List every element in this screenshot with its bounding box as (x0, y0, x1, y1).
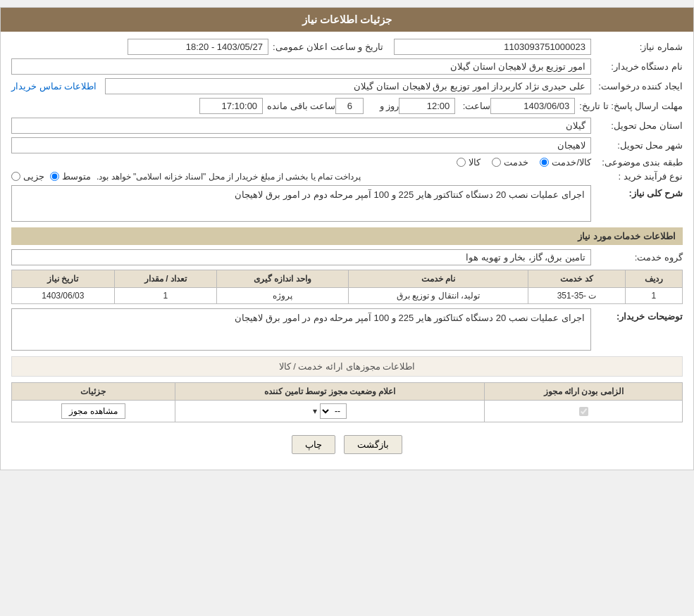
page-title: جزئیات اطلاعات نیاز (302, 13, 392, 25)
purchase-jozii-label: جزیی (23, 171, 44, 182)
th-unit: واحد اندازه گیری (217, 270, 348, 288)
services-table: ردیف کد خدمت نام خدمت واحد اندازه گیری ت… (11, 270, 683, 304)
buyer-org-label: نام دستگاه خریدار: (591, 61, 683, 72)
purchase-type-radios: جزیی متوسط (11, 171, 91, 182)
need-number-row: شماره نیاز: 1103093751000023 تاریخ و ساع… (11, 39, 683, 55)
delivery-province-value: گیلان (11, 118, 591, 134)
reply-date: 1403/06/03 (490, 98, 575, 114)
reply-remaining: 17:10:00 (199, 98, 263, 114)
th-permit-status: اعلام وضعیت مجوز توسط تامین کننده (175, 383, 485, 401)
subject-option-kala-label: کالا (469, 157, 481, 168)
permit-status-select[interactable]: -- (320, 403, 347, 419)
delivery-city-label: شهر محل تحویل: (591, 140, 683, 151)
province-row: استان محل تحویل: گیلان (11, 118, 683, 134)
reply-deadline-row: مهلت ارسال پاسخ: تا تاریخ: 1403/06/03 سا… (11, 98, 683, 114)
subject-label: طبقه بندی موضوعی: (591, 157, 683, 168)
view-permit-button[interactable]: مشاهده مجوز (61, 403, 125, 419)
subject-radio-group: کالا خدمت کالا/خدمت (457, 157, 591, 168)
purchase-type-label: نوع فرآیند خرید : (591, 171, 683, 182)
table-row: -- ▾ مشاهده مجوز (12, 401, 683, 422)
subject-option-khedmat[interactable]: خدمت (492, 157, 528, 168)
services-section-title: اطلاعات خدمات مورد نیاز (11, 227, 683, 245)
buyer-desc-value: اجرای عملیات نصب 20 دستگاه کنتاکتور هایر… (11, 308, 591, 351)
chevron-down-icon: ▾ (313, 406, 317, 416)
permit-required-checkbox (579, 407, 588, 416)
need-desc-label: شرح کلی نیاز: (591, 185, 683, 199)
creator-value: علی حیدری نژاد کاربرداز امور توزیع برق ل… (105, 78, 591, 94)
need-desc-value: اجرای عملیات نصب 20 دستگاه کنتاکتور هایر… (11, 185, 591, 222)
purchase-type-row: نوع فرآیند خرید : جزیی متوسط پرداخت تمام… (11, 171, 683, 182)
need-number-label: شماره نیاز: (591, 42, 683, 52)
subject-option-khedmat-label: خدمت (504, 157, 528, 168)
service-group-row: گروه خدمت: تامین برق، گاز، بخار و تهویه … (11, 249, 683, 265)
announce-date-value: 1403/05/27 - 18:20 (128, 39, 268, 55)
reply-remaining-label: ساعت باقی مانده (263, 101, 335, 111)
purchase-type-motevaset[interactable]: متوسط (50, 171, 91, 182)
service-group-value: تامین برق، گاز، بخار و تهویه هوا (11, 249, 591, 265)
reply-deadline-label: مهلت ارسال پاسخ: تا تاریخ: (575, 101, 683, 111)
purchase-motevaset-label: متوسط (62, 171, 91, 182)
print-button[interactable]: چاپ (292, 435, 335, 454)
reply-day-label: روز و (364, 101, 399, 111)
th-code: کد خدمت (528, 270, 625, 288)
purchase-type-jozii[interactable]: جزیی (11, 171, 44, 182)
cell-name: تولید، انتقال و توزیع برق (348, 288, 528, 304)
page-header: جزئیات اطلاعات نیاز (1, 8, 693, 32)
buyer-org-value: امور توزیع برق لاهیجان استان گیلان (11, 58, 591, 75)
th-name: نام خدمت (348, 270, 528, 288)
announce-date-label: تاریخ و ساعت اعلان عمومی: (268, 42, 394, 52)
table-row: 1 ت -35-351 تولید، انتقال و توزیع برق پر… (12, 288, 683, 304)
cell-row: 1 (625, 288, 682, 304)
back-button[interactable]: بازگشت (344, 435, 402, 454)
cell-qty: 1 (114, 288, 217, 304)
permit-table: الزامی بودن ارائه مجوز اعلام وضعیت مجوز … (11, 382, 683, 422)
subject-row: طبقه بندی موضوعی: کالا خدمت کالا/خدمت (11, 157, 683, 168)
permit-section-link[interactable]: اطلاعات مجوزهای ارائه خدمت / کالا (11, 356, 683, 377)
buyer-org-row: نام دستگاه خریدار: امور توزیع برق لاهیجا… (11, 58, 683, 75)
th-qty: تعداد / مقدار (114, 270, 217, 288)
th-date: تاریخ نیاز (12, 270, 115, 288)
need-number-value: 1103093751000023 (394, 39, 591, 55)
permit-required-cell (485, 401, 683, 422)
permit-section-title: اطلاعات مجوزهای ارائه خدمت / کالا (279, 361, 416, 372)
purchase-note: پرداخت تمام یا بخشی از مبلغ خریدار از مح… (97, 172, 361, 182)
cell-unit: پروژه (217, 288, 348, 304)
city-row: شهر محل تحویل: لاهیجان (11, 137, 683, 153)
contact-link[interactable]: اطلاعات تماس خریدار (11, 81, 97, 92)
buyer-desc-section: توضیحات خریدار: اجرای عملیات نصب 20 دستگ… (11, 308, 683, 351)
page-wrapper: جزئیات اطلاعات نیاز شماره نیاز: 11030937… (0, 7, 694, 470)
reply-days: 6 (335, 98, 364, 114)
buyer-desc-label: توضیحات خریدار: (591, 308, 683, 322)
delivery-city-value: لاهیجان (11, 137, 591, 153)
reply-time-label: ساعت: (455, 101, 490, 111)
service-group-label: گروه خدمت: (591, 252, 683, 263)
subject-option-kala-khedmat[interactable]: کالا/خدمت (540, 157, 591, 168)
th-permit-required: الزامی بودن ارائه مجوز (485, 383, 683, 401)
creator-label: ایجاد کننده درخواست: (591, 81, 683, 92)
delivery-province-label: استان محل تحویل: (591, 120, 683, 131)
reply-time: 12:00 (399, 98, 455, 114)
cell-code: ت -35-351 (528, 288, 625, 304)
main-content: شماره نیاز: 1103093751000023 تاریخ و ساع… (1, 32, 693, 470)
creator-row: ایجاد کننده درخواست: علی حیدری نژاد کارب… (11, 78, 683, 94)
cell-date: 1403/06/03 (12, 288, 115, 304)
th-row: ردیف (625, 270, 682, 288)
need-desc-section: شرح کلی نیاز: اجرای عملیات نصب 20 دستگاه… (11, 185, 683, 222)
th-permit-details: جزئیات (12, 383, 175, 401)
permit-status-cell: -- ▾ (175, 401, 485, 422)
subject-option-kala-khedmat-label: کالا/خدمت (552, 157, 591, 168)
subject-option-kala[interactable]: کالا (457, 157, 481, 168)
footer-buttons: بازگشت چاپ (11, 427, 683, 463)
permit-details-cell: مشاهده مجوز (12, 401, 175, 422)
